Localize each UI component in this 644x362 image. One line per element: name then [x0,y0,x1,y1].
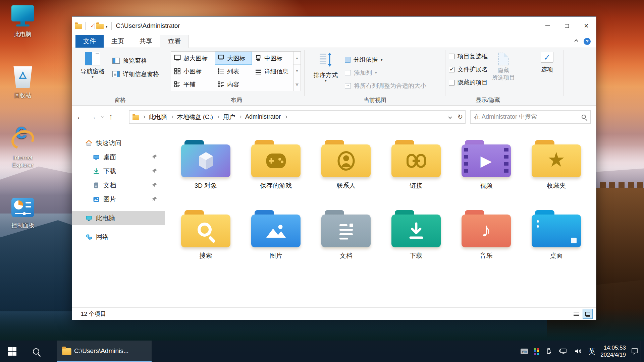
desktop-icon-label: Internet Explorer [4,154,42,169]
maximize-button[interactable] [557,17,577,35]
desktop-icon-control-panel[interactable]: 控制面板 [4,196,42,229]
volume-icon[interactable] [574,348,582,355]
file-item-desktop[interactable]: 桌面 [521,210,591,280]
file-item-3d-objects[interactable]: 3D 对象 [171,140,241,210]
ribbon-group-panes: 导航窗格 ▾ 预览窗格 详细信息窗格 窗格 [72,48,168,105]
address-bar[interactable]: 此电脑 本地磁盘 (C:) 用户 Administrator ↻ [129,110,466,124]
hidden-items-option[interactable]: 隐藏的项目 [449,78,488,87]
add-columns-button[interactable]: 添加列 ▾ [345,68,426,78]
checkbox[interactable] [449,67,454,72]
layout-content[interactable]: 内容 [215,78,252,91]
start-button[interactable] [0,341,24,362]
taskbar: C:\Users\Adminis... vm 英 14:05:53 2024/4… [0,341,644,362]
quick-access-new-folder-icon[interactable] [96,24,104,29]
collapse-ribbon-icon[interactable] [574,39,578,43]
taskbar-app-file-explorer[interactable]: C:\Users\Adminis... [57,341,152,362]
file-item-contacts[interactable]: 联系人 [311,140,381,210]
layout-details[interactable]: 详细信息 [252,65,293,78]
internet-explorer-icon: e [9,128,36,152]
item-checkboxes-option[interactable]: 项目复选框 [449,52,488,61]
title-bar[interactable]: ▾ C:\Users\Administrator × [72,17,596,35]
tab-home[interactable]: 主页 [104,35,132,48]
file-item-documents[interactable]: 文档 [311,210,381,280]
breadcrumb-users[interactable]: 用户 [223,113,235,121]
file-item-favorites[interactable]: ★ 收藏夹 [521,140,591,210]
app-folder-icon [75,24,82,29]
wallpaper-great-wall-tower [590,188,644,292]
tab-file[interactable]: 文件 [75,35,104,48]
breadcrumb-this-pc[interactable]: 此电脑 [149,113,167,121]
quick-access-properties-icon[interactable] [90,23,95,29]
gallery-scroll-up-icon[interactable]: ▲ [293,52,301,65]
desktop-icon-recycle-bin[interactable]: 回收站 [4,66,42,99]
file-item-links[interactable]: 链接 [381,140,451,210]
search-input[interactable] [474,113,582,120]
layout-tiles[interactable]: 平铺 [171,78,215,91]
vmware-tray-icon[interactable]: vm [521,349,528,354]
recent-locations-icon[interactable] [101,115,105,118]
search-icon[interactable] [582,115,586,119]
size-all-columns-button[interactable]: 将所有列调整为合适的大小 [345,81,426,91]
file-extensions-option[interactable]: 文件扩展名 [449,65,488,74]
sidebar-item-downloads[interactable]: 下载 [72,164,165,178]
search-box[interactable] [470,110,591,124]
layout-list[interactable]: 列表 [215,65,252,78]
action-center-button[interactable] [631,347,639,355]
document-icon [93,182,100,189]
file-item-videos[interactable]: ▶ 视频 [451,140,521,210]
thumbnail-view-button[interactable] [583,309,593,319]
usb-device-icon[interactable] [545,348,552,355]
sidebar-item-documents[interactable]: 文档 [72,178,165,192]
gallery-more-icon[interactable]: —▼ [293,78,301,91]
app-tray-icon[interactable] [534,348,539,355]
details-view-icon [255,68,262,75]
file-label: 保存的游戏 [260,181,292,190]
group-by-button[interactable]: 分组依据 ▾ [345,55,426,65]
up-button[interactable]: ↑ [109,113,113,121]
file-item-pictures[interactable]: 图片 [241,210,311,280]
sidebar-item-quick-access[interactable]: 快速访问 [72,136,165,150]
layout-extra-large-icons[interactable]: 超大图标 [171,52,215,65]
taskbar-clock[interactable]: 14:05:53 2024/4/19 [600,344,626,358]
sidebar-item-pictures[interactable]: 图片 [72,192,165,206]
taskbar-search-button[interactable] [24,341,48,362]
file-item-downloads[interactable]: 下载 [381,210,451,280]
file-item-searches[interactable]: 搜索 [171,210,241,280]
small-icons-icon [174,68,181,75]
layout-medium-icons[interactable]: 中图标 [252,52,293,65]
details-view-button[interactable] [571,309,581,319]
refresh-button[interactable]: ↻ [455,111,465,123]
help-icon[interactable]: ? [584,38,591,45]
checkbox[interactable] [449,54,454,59]
mountain-photo-icon [265,223,287,239]
layout-small-icons[interactable]: 小图标 [171,65,215,78]
input-method-indicator[interactable]: 英 [588,347,595,356]
address-dropdown-button[interactable] [445,111,455,123]
file-item-music[interactable]: ♪ 音乐 [451,210,521,280]
forward-button[interactable]: → [89,113,97,121]
tab-view[interactable]: 查看 [160,35,189,48]
windows-logo-icon [8,347,16,356]
dropdown-caret-icon: ▾ [76,75,109,78]
back-button[interactable]: ← [76,113,84,121]
quick-access-toolbar-dropdown-icon[interactable]: ▾ [106,24,108,29]
gallery-scroll-down-icon[interactable]: ▼ [293,65,301,78]
details-pane-button[interactable]: 详细信息窗格 [112,70,159,78]
desktop-icon-this-pc[interactable]: 此电脑 [4,5,42,38]
file-item-saved-games[interactable]: 保存的游戏 [241,140,311,210]
preview-pane-button[interactable]: 预览窗格 [112,57,159,65]
options-button[interactable]: ✓ 选项 [531,52,564,73]
breadcrumb-administrator[interactable]: Administrator [245,113,281,120]
desktop-icon-internet-explorer[interactable]: e Internet Explorer [4,128,42,169]
network-status-icon[interactable] [559,348,568,355]
show-desktop-button[interactable] [641,341,644,362]
sidebar-item-this-pc[interactable]: 此电脑 [72,211,165,225]
close-button[interactable]: × [577,17,596,35]
minimize-button[interactable] [538,17,557,35]
layout-large-icons[interactable]: 大图标 [215,52,252,65]
sidebar-item-network[interactable]: 网络 [72,230,165,244]
checkbox[interactable] [449,80,454,85]
breadcrumb-local-disk-c[interactable]: 本地磁盘 (C:) [177,113,213,121]
sidebar-item-desktop[interactable]: 桌面 [72,150,165,164]
tab-share[interactable]: 共享 [132,35,160,48]
